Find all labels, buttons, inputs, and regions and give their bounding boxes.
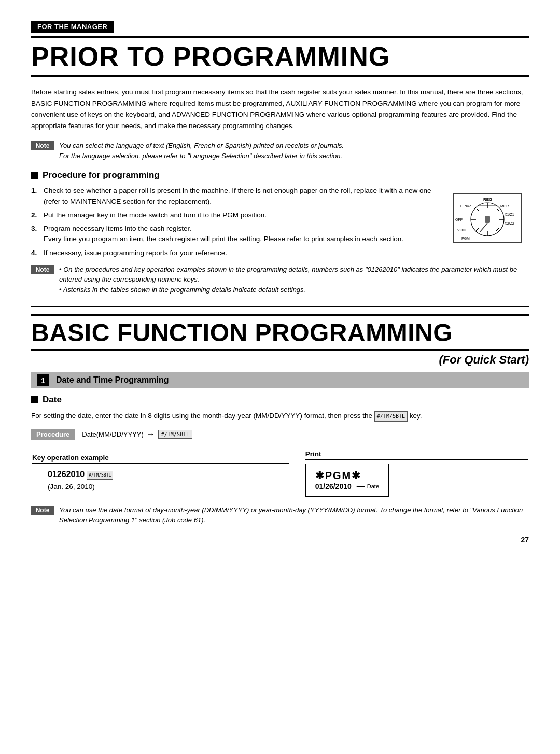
page-number: 27 xyxy=(31,536,529,544)
note-2: Note • On the procedures and key operati… xyxy=(31,264,529,295)
divider xyxy=(31,306,529,307)
note-2-text: • On the procedures and key operation ex… xyxy=(59,264,529,295)
svg-rect-19 xyxy=(485,216,490,223)
section2-subtitle: (For Quick Start) xyxy=(31,353,529,367)
note-1: Note You can select the language of text… xyxy=(31,141,529,161)
note-3-text: You can use the date format of day-month… xyxy=(59,505,529,525)
svg-line-7 xyxy=(496,207,499,211)
svg-line-20 xyxy=(480,223,487,232)
key-op-col2-header: Print xyxy=(305,450,528,460)
svg-line-8 xyxy=(475,228,479,231)
note-1-text: You can select the language of text (Eng… xyxy=(59,141,344,161)
subsection-bar: 1 Date and Time Programming xyxy=(31,372,529,388)
svg-line-9 xyxy=(496,228,499,231)
manager-badge: FOR THE MANAGER xyxy=(31,21,529,36)
svg-text:PGM: PGM xyxy=(461,236,470,240)
flow-arrow: → xyxy=(147,429,155,439)
key-op-col1-header: Key operation example xyxy=(32,454,289,464)
key-switch-diagram: REG OPX/Z MGR OFF X1/Z1 VOID X2/Z2 PGM xyxy=(451,191,524,245)
date-label-small: Date xyxy=(367,483,379,490)
procedure-badge: Procedure xyxy=(31,429,75,440)
pgm-star-text: ✱PGM✱ xyxy=(315,469,379,482)
procedure-flow: Date(MM/DD/YYYY) → #/TM/SBTL xyxy=(82,429,192,439)
print-box: ✱PGM✱ 01/26/2010 — Date xyxy=(305,464,389,497)
svg-text:X1/Z1: X1/Z1 xyxy=(505,213,514,216)
print-date-line: 01/26/2010 — Date xyxy=(315,482,379,491)
note-label-3: Note xyxy=(31,506,54,515)
steps-main: 1. Check to see whether a paper roll is … xyxy=(31,186,446,264)
procedure-row: Procedure Date(MM/DD/YYYY) → #/TM/SBTL xyxy=(31,429,529,440)
svg-text:X2/Z2: X2/Z2 xyxy=(505,221,514,225)
key-operation-table: Key operation example 01262010 #/TM/SBTL… xyxy=(31,449,529,498)
flow-key: #/TM/SBTL xyxy=(158,430,192,439)
procedure-steps: 1. Check to see whether a paper roll is … xyxy=(31,186,446,258)
procedure-heading: Procedure for programming xyxy=(31,170,529,180)
svg-text:VOID: VOID xyxy=(457,228,466,232)
steps-diagram-container: 1. Check to see whether a paper roll is … xyxy=(31,186,529,264)
step-4: 4. If necessary, issue programming repor… xyxy=(31,248,446,258)
date-intro-text: For setting the date, enter the date in … xyxy=(31,410,529,422)
note-label-2: Note xyxy=(31,265,54,274)
svg-text:REG: REG xyxy=(483,197,492,202)
page-title: PRIOR TO PROGRAMMING xyxy=(31,36,529,77)
hashtm-key-inline: #/TM/SBTL xyxy=(374,411,408,422)
step-2: 2. Put the manager key in the mode switc… xyxy=(31,210,446,220)
intro-paragraph: Before starting sales entries, you must … xyxy=(31,87,529,131)
black-square-date-icon xyxy=(31,396,38,403)
svg-text:OFF: OFF xyxy=(455,218,463,221)
key-diagram-area: REG OPX/Z MGR OFF X1/Z1 VOID X2/Z2 PGM xyxy=(446,186,529,264)
step-1: 1. Check to see whether a paper roll is … xyxy=(31,186,446,207)
key-op-entry: 01262010 #/TM/SBTL (Jan. 26, 2010) xyxy=(32,467,289,493)
section2-title: BASIC FUNCTION PROGRAMMING xyxy=(31,314,529,351)
svg-text:MGR: MGR xyxy=(500,204,509,208)
date-heading: Date xyxy=(31,395,529,405)
black-square-icon xyxy=(31,172,38,179)
subsection-label: Date and Time Programming xyxy=(56,375,169,385)
note-label-1: Note xyxy=(31,141,54,150)
step-3: 3. Program necessary items into the cash… xyxy=(31,224,446,245)
svg-line-6 xyxy=(475,207,479,211)
svg-text:OPX/Z: OPX/Z xyxy=(460,204,472,208)
note-3: Note You can use the date format of day-… xyxy=(31,505,529,525)
entry-key-label: #/TM/SBTL xyxy=(87,471,113,480)
subsection-number: 1 xyxy=(37,374,49,386)
